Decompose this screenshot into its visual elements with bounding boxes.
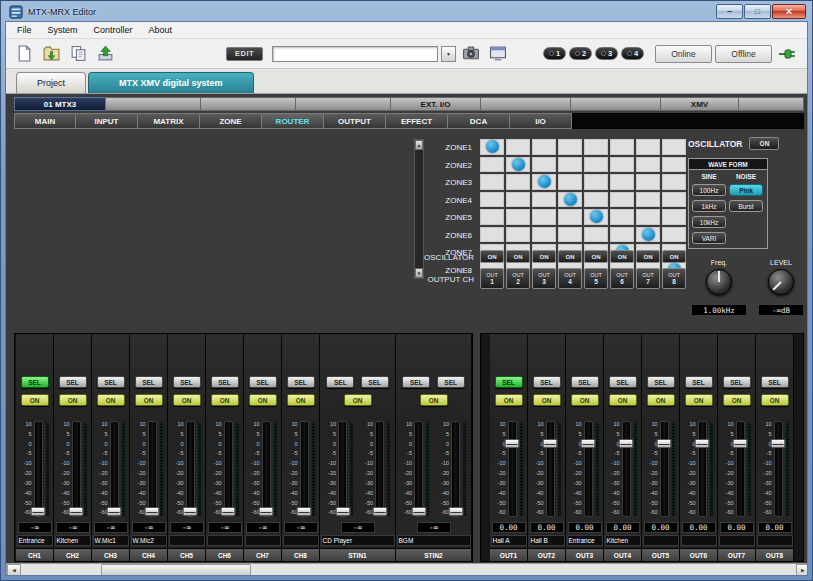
on-button-out3[interactable]: ON <box>571 394 599 406</box>
preset-dropdown-button[interactable] <box>441 46 456 62</box>
freq-knob[interactable] <box>706 269 732 295</box>
camera-icon[interactable] <box>459 43 483 65</box>
on-button-stin2[interactable]: ON <box>420 394 448 406</box>
router-cell-r5c5[interactable] <box>584 209 608 225</box>
oscillator-on-button-8[interactable]: ON <box>662 250 686 263</box>
fader-cap-ch5[interactable] <box>183 507 198 516</box>
device-slot-5[interactable] <box>571 97 661 111</box>
fader-cap-out6[interactable] <box>695 439 710 448</box>
sel-button-ch1[interactable]: SEL <box>21 376 49 388</box>
output-ch-button-3[interactable]: OUT3 <box>532 268 556 289</box>
router-cell-r6c8[interactable] <box>662 227 686 243</box>
router-cell-r1c2[interactable] <box>506 139 530 155</box>
output-ch-button-5[interactable]: OUT5 <box>584 268 608 289</box>
fader-cap-stin1[interactable] <box>372 507 387 516</box>
router-cell-r6c4[interactable] <box>558 227 582 243</box>
on-button-ch5[interactable]: ON <box>173 394 201 406</box>
router-cell-r4c6[interactable] <box>610 192 634 208</box>
fader-cap-stin2[interactable] <box>448 507 463 516</box>
oscillator-on-button-5[interactable]: ON <box>584 250 608 263</box>
router-cell-r1c1[interactable] <box>480 139 504 155</box>
on-button-out2[interactable]: ON <box>533 394 561 406</box>
save-icon[interactable] <box>93 43 117 65</box>
router-cell-r4c4[interactable] <box>558 192 582 208</box>
maximize-button[interactable] <box>744 4 771 19</box>
sel-button-ch4[interactable]: SEL <box>135 376 163 388</box>
router-cell-r2c5[interactable] <box>584 157 608 173</box>
router-cell-r6c7[interactable] <box>636 227 660 243</box>
router-cell-r4c2[interactable] <box>506 192 530 208</box>
oscillator-on-button-4[interactable]: ON <box>558 250 582 263</box>
router-cell-r2c6[interactable] <box>610 157 634 173</box>
sel-button-ch6[interactable]: SEL <box>211 376 239 388</box>
router-cell-r4c7[interactable] <box>636 192 660 208</box>
router-cell-r5c8[interactable] <box>662 209 686 225</box>
sel-button-stin2-r[interactable]: SEL <box>437 376 465 388</box>
function-tab-dca[interactable]: DCA <box>448 113 510 129</box>
function-tab-effect[interactable]: EFFECT <box>386 113 448 129</box>
router-cell-r2c1[interactable] <box>480 157 504 173</box>
close-button[interactable] <box>772 4 806 19</box>
on-button-ch7[interactable]: ON <box>249 394 277 406</box>
oscillator-on-button-1[interactable]: ON <box>480 250 504 263</box>
oscillator-on-button-6[interactable]: ON <box>610 250 634 263</box>
sel-button-stin1-l[interactable]: SEL <box>326 376 354 388</box>
sel-button-ch2[interactable]: SEL <box>59 376 87 388</box>
router-cell-r2c7[interactable] <box>636 157 660 173</box>
router-cell-r1c7[interactable] <box>636 139 660 155</box>
router-cell-r6c1[interactable] <box>480 227 504 243</box>
output-ch-button-4[interactable]: OUT4 <box>558 268 582 289</box>
router-cell-r5c3[interactable] <box>532 209 556 225</box>
offline-button[interactable]: Offline <box>715 45 772 63</box>
fader-cap-out2[interactable] <box>543 439 558 448</box>
function-tab-matrix[interactable]: MATRIX <box>138 113 200 129</box>
router-cell-r5c6[interactable] <box>610 209 634 225</box>
on-button-out6[interactable]: ON <box>685 394 713 406</box>
fader-cap-ch3[interactable] <box>107 507 122 516</box>
output-ch-button-6[interactable]: OUT6 <box>610 268 634 289</box>
router-cell-r1c3[interactable] <box>532 139 556 155</box>
sel-button-out6[interactable]: SEL <box>685 376 713 388</box>
sel-button-out8[interactable]: SEL <box>761 376 789 388</box>
sel-button-ch3[interactable]: SEL <box>97 376 125 388</box>
on-button-out5[interactable]: ON <box>647 394 675 406</box>
router-cell-r5c1[interactable] <box>480 209 504 225</box>
device-slot-xmv[interactable]: XMV <box>661 97 739 111</box>
router-cell-r6c5[interactable] <box>584 227 608 243</box>
router-cell-r5c4[interactable] <box>558 209 582 225</box>
waveform-100hz-button[interactable]: 100Hz <box>692 184 726 196</box>
function-tab-router[interactable]: ROUTER <box>262 113 324 129</box>
router-cell-r3c5[interactable] <box>584 174 608 190</box>
on-button-ch8[interactable]: ON <box>287 394 315 406</box>
title-bar[interactable]: MTX-MRX Editor <box>5 1 808 21</box>
fader-cap-ch4[interactable] <box>145 507 160 516</box>
oscillator-on-button[interactable]: ON <box>749 137 779 150</box>
router-cell-r6c6[interactable] <box>610 227 634 243</box>
router-cell-r2c8[interactable] <box>662 157 686 173</box>
sel-button-stin2-l[interactable]: SEL <box>402 376 430 388</box>
sel-button-ch8[interactable]: SEL <box>287 376 315 388</box>
device-slot-ext-io[interactable]: EXT. I/O <box>391 97 481 111</box>
sel-button-out2[interactable]: SEL <box>533 376 561 388</box>
router-cell-r2c3[interactable] <box>532 157 556 173</box>
save-as-icon[interactable] <box>66 43 90 65</box>
on-button-ch4[interactable]: ON <box>135 394 163 406</box>
output-ch-button-2[interactable]: OUT2 <box>506 268 530 289</box>
waveform-10khz-button[interactable]: 10kHz <box>692 216 726 228</box>
device-slot-6[interactable] <box>739 97 804 111</box>
waveform-pink-button[interactable]: Pink <box>729 184 763 196</box>
fader-cap-out1[interactable] <box>505 439 520 448</box>
sel-button-out4[interactable]: SEL <box>609 376 637 388</box>
sel-button-stin1-r[interactable]: SEL <box>361 376 389 388</box>
waveform-burst-button[interactable]: Burst <box>729 200 763 212</box>
output-ch-button-1[interactable]: OUT1 <box>480 268 504 289</box>
router-cell-r3c7[interactable] <box>636 174 660 190</box>
on-button-ch1[interactable]: ON <box>21 394 49 406</box>
tab-project[interactable]: Project <box>16 72 86 93</box>
on-button-out4[interactable]: ON <box>609 394 637 406</box>
function-tab-io[interactable]: I/O <box>510 113 572 129</box>
scroll-left-icon[interactable] <box>7 564 21 575</box>
tab-mtx-xmv-digital-system[interactable]: MTX XMV digital system <box>88 72 254 93</box>
zone-scroll-up-icon[interactable] <box>415 140 423 150</box>
sel-button-out5[interactable]: SEL <box>647 376 675 388</box>
